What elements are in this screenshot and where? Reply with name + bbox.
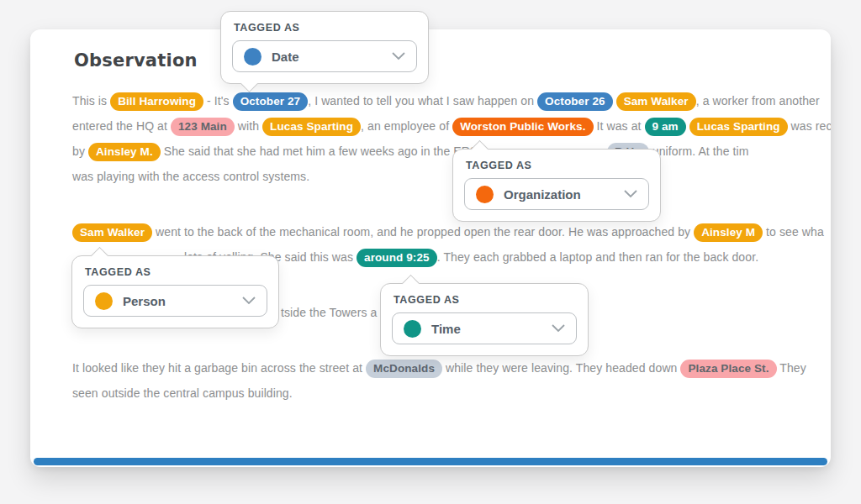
text-run: seen outside the central campus building… [72, 386, 293, 400]
page-title: Observation [74, 50, 802, 71]
text-line: entered the HQ at 123 Main with Lucas Sp… [72, 113, 802, 139]
paragraph: This is Bill Harrowing - It's October 27… [72, 88, 802, 189]
observation-card: Observation This is Bill Harrowing - It'… [30, 29, 831, 467]
document-body: This is Bill Harrowing - It's October 27… [72, 88, 802, 406]
tag-select-value: Time [431, 322, 541, 336]
tagged-as-label: TAGGED AS [85, 266, 267, 278]
entity-chip-yellow[interactable]: Sam Walker [616, 92, 696, 111]
text-run: while they were leaving. They headed dow… [442, 361, 680, 375]
text-line: Sam Walker went to the back of the mecha… [72, 219, 802, 244]
entity-chip-yellow[interactable]: Lucas Sparting [689, 118, 788, 136]
text-line: It looked like they hit a garbage bin ac… [72, 355, 802, 381]
text-run: , a worker from another [696, 94, 820, 108]
text-run: was rec [788, 119, 831, 133]
entity-chip-pink[interactable]: 123 Main [171, 118, 235, 136]
text-run: . They each grabbed a laptop and then ra… [437, 250, 758, 264]
tag-select-value: Person [123, 294, 232, 308]
text-run: - It's [203, 94, 233, 108]
paragraph: It looked like they hit a garbage bin ac… [72, 355, 802, 406]
entity-chip-teal[interactable]: around 9:25 [357, 249, 437, 267]
entity-chip-grey[interactable]: McDonalds [366, 360, 442, 378]
text-run: It was at [594, 119, 645, 133]
entity-chip-yellow[interactable]: Sam Walker [72, 223, 152, 242]
entity-chip-pink[interactable]: Plaza Place St. [680, 360, 776, 378]
entity-chip-orange[interactable]: Worston Public Works. [452, 118, 593, 136]
tag-dot [476, 186, 494, 203]
tagged-as-label: TAGGED AS [234, 22, 417, 34]
chevron-down-icon [392, 52, 405, 60]
card-content: Observation This is Bill Harrowing - It'… [30, 29, 831, 467]
entity-chip-yellow[interactable]: Ainsley M. [88, 143, 161, 161]
text-run: tside the Towers a [281, 306, 377, 319]
text-run: entered the HQ at [72, 119, 171, 133]
text-run: with [235, 119, 262, 133]
tag-popup-date: TAGGED AS Date [220, 11, 429, 84]
tag-select-time[interactable]: Time [392, 312, 577, 344]
tag-select-value: Organization [504, 187, 614, 202]
text-run: They [777, 361, 806, 375]
text-run: She said that she had met him a few week… [161, 144, 477, 158]
text-run: This is [72, 94, 110, 108]
entity-chip-blue[interactable]: October 26 [537, 92, 613, 111]
tag-popup-organization: TAGGED AS Organization [452, 149, 661, 222]
text-line: This is Bill Harrowing - It's October 27… [72, 88, 802, 113]
text-run: It looked like they hit a garbage bin ac… [72, 361, 366, 375]
accent-bar [34, 458, 827, 465]
entity-chip-teal[interactable]: 9 am [645, 118, 686, 136]
entity-chip-yellow[interactable]: Ainsley M [694, 223, 763, 242]
entity-chip-blue[interactable]: October 27 [233, 92, 309, 111]
text-run: , an employee of [361, 119, 452, 133]
tag-dot [244, 48, 261, 66]
tagged-as-label: TAGGED AS [394, 294, 577, 306]
tag-dot [404, 320, 421, 338]
entity-chip-yellow[interactable]: Bill Harrowing [110, 92, 203, 111]
chevron-down-icon [624, 190, 637, 198]
text-run: , I wanted to tell you what I saw happen… [308, 94, 537, 108]
text-run: uniform. At the tim [649, 144, 749, 158]
text-run: to see wha [763, 225, 824, 239]
text-line: seen outside the central campus building… [72, 381, 802, 406]
tag-dot [95, 292, 113, 310]
tagged-as-label: TAGGED AS [466, 160, 649, 171]
text-run: went to the back of the mechanical room,… [152, 225, 694, 239]
tag-select-person[interactable]: Person [83, 285, 267, 317]
tag-select-date[interactable]: Date [232, 40, 417, 72]
entity-chip-yellow[interactable]: Lucas Sparting [262, 118, 361, 136]
chevron-down-icon [242, 297, 256, 305]
text-run: was playing with the access control syst… [72, 170, 309, 183]
tag-popup-person: TAGGED AS Person [71, 255, 279, 328]
page: Observation This is Bill Harrowing - It'… [0, 0, 861, 504]
tag-popup-time: TAGGED AS Time [380, 283, 589, 356]
text-line: was playing with the access control syst… [72, 164, 802, 189]
text-run: by [72, 144, 88, 158]
tag-select-organization[interactable]: Organization [464, 178, 649, 210]
tag-select-value: Date [272, 50, 382, 64]
text-line: by Ainsley M. She said that she had met … [72, 139, 802, 164]
chevron-down-icon [552, 324, 565, 333]
